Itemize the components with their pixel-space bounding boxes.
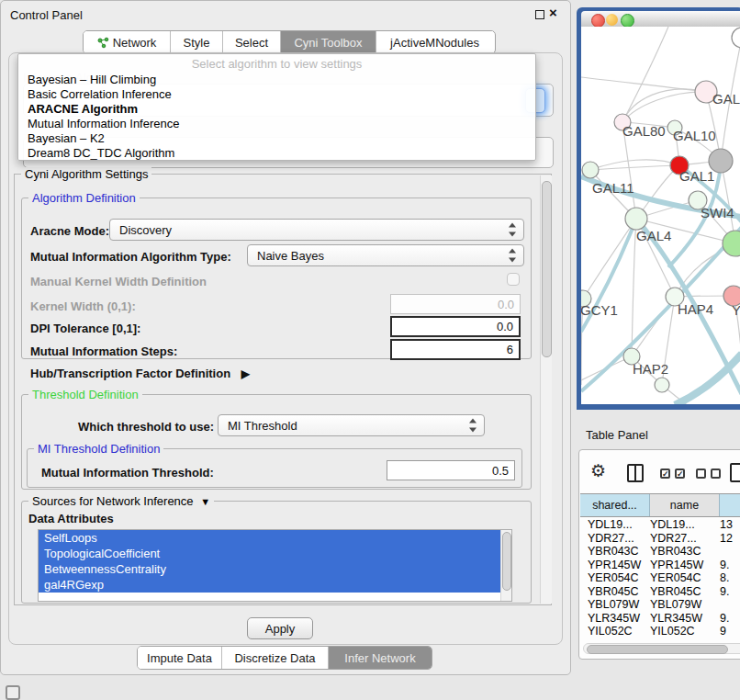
mi-type-label: Mutual Information Algorithm Type: [30,250,231,264]
threshold-definition-title: Threshold Definition [28,388,142,401]
table-row[interactable]: YBR045CYBR045C9. [580,585,740,599]
table-row[interactable]: YIL052CYIL052C9 [580,625,740,636]
tab-impute-data[interactable]: Impute Data [138,647,222,669]
close-icon[interactable]: × [549,5,557,20]
algorithm-dropdown: Select algorithm to view settings Bayesi… [17,53,536,161]
control-panel-title: Control Panel [10,8,83,22]
mi-steps-field[interactable]: 6 [390,339,521,360]
table-row[interactable]: YBR043CYBR043C [580,545,740,559]
screen: Control Panel × Network Style Select Cyn… [0,0,740,700]
algorithm-definition-title: Algorithm Definition [28,191,140,205]
dropdown-item[interactable]: Bayesian – K2 [28,131,105,145]
list-item[interactable]: SelfLoops [39,530,502,546]
tab-select[interactable]: Select [223,31,281,53]
table-hscrollbar[interactable] [583,643,740,654]
mi-threshold-field[interactable]: 0.5 [387,460,515,480]
close-traffic-light[interactable] [591,14,605,28]
tab-style[interactable]: Style [171,31,223,53]
network-window-titlebar[interactable] [581,11,740,28]
node-label: Y [732,302,740,318]
table-row[interactable]: YDL19...YDL19...13 [580,518,740,532]
float-window-icon[interactable] [535,10,544,19]
tab-cyni-toolbox[interactable]: Cyni Toolbox [281,31,376,53]
control-panel-tabbar: Network Style Select Cyni Toolbox jActiv… [83,30,496,54]
table-panel-title: Table Panel [586,428,648,442]
tab-jactivemnodules[interactable]: jActiveMNodules [376,31,493,53]
combo-stepper-icon [509,249,517,263]
which-threshold-combo[interactable]: MI Threshold [218,414,485,436]
node[interactable] [732,28,740,48]
list-scrollbar[interactable] [500,530,511,602]
node-label: SWI4 [701,205,734,220]
dropdown-item-selected[interactable]: ARACNE Algorithm [28,102,138,116]
column-header-partial[interactable] [720,494,740,516]
network-view-window: GAL GAL80 GAL10 GAL1 GAL11 GAL4 SWI4 GCY… [577,7,740,410]
list-scrollbar-thumb[interactable] [502,532,511,591]
float-panel-icon[interactable] [6,685,20,700]
table-row[interactable]: YER054CYER054C8. [580,571,740,585]
tab-infer-network[interactable]: Infer Network [329,647,432,669]
mi-threshold-title: MI Threshold Definition [34,442,163,456]
network-canvas[interactable]: GAL GAL80 GAL10 GAL1 GAL11 GAL4 SWI4 GCY… [581,27,740,404]
kernel-width-field[interactable]: 0.0 [390,294,521,314]
mi-type-combo[interactable]: Naive Bayes [247,244,524,266]
dropdown-item[interactable]: Mutual Information Inference [28,117,179,130]
arrow-right-icon: ▶ [241,367,250,380]
split-columns-icon[interactable] [627,464,644,482]
table-panel: ⚙ ✓ ✓ shared... name YDL19...YDL19...13 … [578,449,740,660]
node-label: GAL [712,91,740,107]
tab-network[interactable]: Network [84,31,171,53]
list-item[interactable]: TopologicalCoefficient [39,546,502,561]
dropdown-item[interactable]: Basic Correlation Inference [28,87,172,101]
aracne-mode-combo[interactable]: Discovery [109,219,524,241]
dpi-tolerance-label: DPI Tolerance [0,1]: [30,322,140,335]
manual-kernel-checkbox[interactable] [507,273,520,286]
minimize-traffic-light[interactable] [606,14,618,26]
which-threshold-label: Which threshold to use: [78,420,214,434]
zoom-traffic-light[interactable] [621,14,634,28]
table-hscrollbar-thumb[interactable] [587,645,728,654]
node-label: GCY1 [581,302,618,318]
list-item[interactable]: BetweennessCentrality [39,561,502,577]
settings-scrollbar-thumb[interactable] [542,181,552,357]
node-gal11[interactable] [582,162,599,178]
table-row[interactable]: YLR345WYLR345W9. [580,612,740,626]
settings-title: Cyni Algorithm Settings [21,167,151,181]
node-label: HAP4 [678,301,713,317]
sources-title-toggle[interactable]: Sources for Network Inference ▼ [28,494,214,508]
export-table-icon[interactable] [730,463,740,482]
list-item[interactable]: gal4RGexp [39,577,502,593]
node-label: GAL4 [636,228,671,243]
table-row[interactable]: YPR145WYPR145W9. [580,559,740,572]
arrow-down-icon: ▼ [200,496,210,507]
dropdown-item[interactable]: Dream8 DC_TDC Algorithm [28,146,174,160]
control-panel-window: Control Panel × Network Style Select Cyn… [0,0,571,675]
table-row[interactable]: YBL079WYBL079W [580,598,740,612]
dpi-tolerance-field[interactable]: 0.0 [390,316,521,337]
node[interactable] [655,378,669,392]
kernel-width-label: Kernel Width (0,1): [30,299,136,313]
aracne-mode-label: Aracne Mode: [30,224,109,238]
tab-discretize-data[interactable]: Discretize Data [222,647,329,669]
mi-steps-label: Mutual Information Steps: [30,344,177,358]
gear-icon[interactable]: ⚙ [590,460,606,481]
node-gal4[interactable] [625,208,647,230]
table-body: YDL19...YDL19...13 YDR27...YDR27...12 YB… [580,518,740,636]
column-header-shared-name[interactable]: shared... [580,494,650,516]
settings-scrollbar[interactable] [540,175,552,604]
node-label: GAL80 [622,123,666,139]
dropdown-item[interactable]: Bayesian – Hill Climbing [28,73,156,86]
hub-definition-toggle[interactable]: Hub/Transcription Factor Definition ▶ [30,367,250,380]
node-label: GAL10 [673,128,716,143]
column-header-name[interactable]: name [650,494,720,516]
deselect-all-columns-icon[interactable] [696,469,721,479]
node-green[interactable] [723,231,740,256]
select-all-columns-icon[interactable]: ✓ ✓ [660,469,685,479]
data-attributes-label: Data Attributes [28,512,114,525]
mi-threshold-label: Mutual Information Threshold: [41,466,214,480]
apply-button[interactable]: Apply [247,617,313,639]
data-attributes-list: SelfLoops TopologicalCoefficient Between… [38,529,512,602]
bottom-tabbar: Impute Data Discretize Data Infer Networ… [137,646,432,670]
table-row[interactable]: YDR27...YDR27...12 [580,532,740,546]
network-icon [97,37,109,49]
